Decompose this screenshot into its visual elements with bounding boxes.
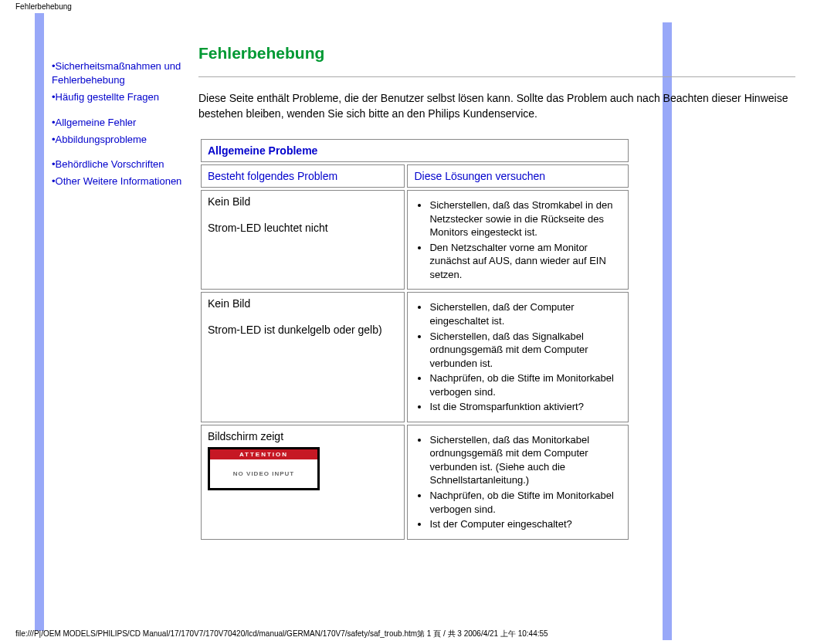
solution-item: Sicherstellen, daß das Monitorkabel ordn… bbox=[429, 433, 622, 487]
problem-cell: Kein Bild Strom-LED leuchtet nicht bbox=[201, 190, 405, 290]
solution-cell: Sicherstellen, daß der Computer eingesch… bbox=[407, 292, 629, 422]
solution-item: Nachprüfen, ob die Stifte im Monitorkabe… bbox=[429, 371, 622, 398]
solution-item: Den Netzschalter vorne am Monitor zunäch… bbox=[429, 241, 622, 282]
table-row: Bildschirm zeigt ATTENTION NO VIDEO INPU… bbox=[201, 425, 629, 540]
page-title: Fehlerbehebung bbox=[198, 44, 795, 63]
left-sidebar-bar bbox=[35, 13, 44, 631]
sidebar-link-faq[interactable]: •Häufig gestellte Fragen bbox=[52, 90, 198, 104]
column-header-solution: Diese Lösungen versuchen bbox=[407, 164, 629, 188]
problem-line: Kein Bild bbox=[208, 297, 398, 310]
solution-cell: Sicherstellen, daß das Stromkabel in den… bbox=[407, 190, 629, 290]
container: •Sicherheitsmaßnahmen und Fehlerbehebung… bbox=[0, 13, 834, 542]
solution-item: Sicherstellen, daß das Stromkabel in den… bbox=[429, 198, 622, 239]
solution-item: Nachprüfen, ob die Stifte im Monitorkabe… bbox=[429, 489, 622, 516]
column-header-problem: Besteht folgendes Problem bbox=[201, 164, 405, 188]
table-row: Kein Bild Strom-LED ist dunkelgelb oder … bbox=[201, 292, 629, 422]
table-row: Kein Bild Strom-LED leuchtet nicht Siche… bbox=[201, 190, 629, 290]
problem-line: Bildschirm zeigt bbox=[208, 430, 398, 442]
problem-cell: Bildschirm zeigt ATTENTION NO VIDEO INPU… bbox=[201, 425, 405, 540]
problem-line: Kein Bild bbox=[208, 195, 398, 208]
header-label: Fehlerbehebung bbox=[0, 0, 834, 13]
screen-error-box: ATTENTION NO VIDEO INPUT bbox=[208, 447, 320, 490]
solution-cell: Sicherstellen, daß das Monitorkabel ordn… bbox=[407, 425, 629, 540]
sidebar-link-safety[interactable]: •Sicherheitsmaßnahmen und Fehlerbehebung bbox=[52, 59, 198, 87]
problem-line: Strom-LED ist dunkelgelb oder gelb) bbox=[208, 324, 398, 336]
sidebar: •Sicherheitsmaßnahmen und Fehlerbehebung… bbox=[35, 13, 198, 542]
sidebar-link-regulatory[interactable]: •Behördliche Vorschriften bbox=[52, 158, 198, 171]
solution-item: Sicherstellen, daß der Computer eingesch… bbox=[429, 300, 622, 327]
problem-line: Strom-LED leuchtet nicht bbox=[208, 222, 398, 234]
sidebar-link-general-errors[interactable]: •Allgemeine Fehler bbox=[52, 116, 198, 130]
solution-item: Ist der Computer eingeschaltet? bbox=[429, 517, 622, 531]
sidebar-link-other-info[interactable]: •Other Weitere Informationen bbox=[52, 175, 198, 188]
problems-table: Allgemeine Probleme Besteht folgendes Pr… bbox=[198, 137, 631, 541]
solution-item: Sicherstellen, daß das Signalkabel ordnu… bbox=[429, 330, 622, 371]
solution-item: Ist die Stromsparfunktion aktiviert? bbox=[429, 400, 622, 414]
intro-text: Diese Seite enthält Probleme, die der Be… bbox=[198, 91, 795, 121]
divider bbox=[198, 76, 795, 77]
problem-cell: Kein Bild Strom-LED ist dunkelgelb oder … bbox=[201, 292, 405, 422]
screen-attention-bar: ATTENTION bbox=[210, 449, 317, 459]
footer-path: file:///P|/OEM MODELS/PHILIPS/CD Manual/… bbox=[15, 629, 548, 639]
screen-message: NO VIDEO INPUT bbox=[210, 459, 317, 488]
sidebar-link-display-problems[interactable]: •Abbildungsprobleme bbox=[52, 133, 198, 147]
main-content: Fehlerbehebung Diese Seite enthält Probl… bbox=[198, 13, 811, 542]
section-header: Allgemeine Probleme bbox=[201, 139, 629, 162]
